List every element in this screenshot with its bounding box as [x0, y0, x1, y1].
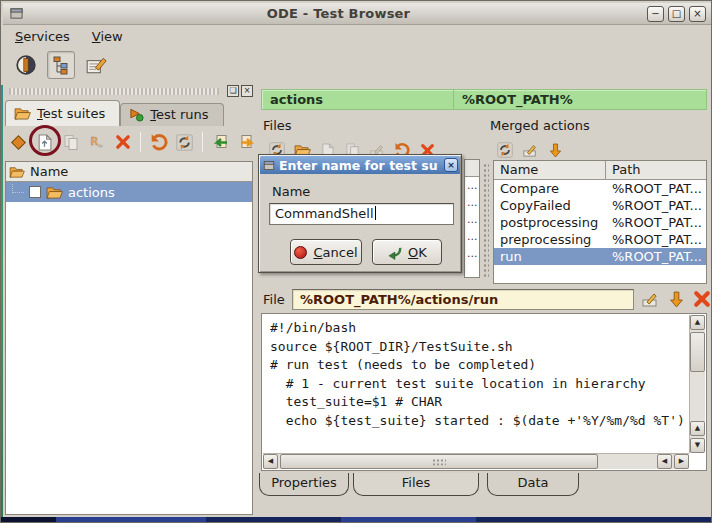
vertical-splitter[interactable] — [483, 163, 489, 279]
ok-button[interactable]: OK — [372, 239, 442, 265]
cell-path: %ROOT_PAT... — [606, 231, 706, 248]
tree-header[interactable]: Name — [6, 162, 252, 182]
notepad-pencil-icon — [85, 54, 107, 76]
tab-files[interactable]: Files — [353, 473, 479, 496]
suite-tag-button[interactable] — [7, 131, 30, 154]
table-row[interactable]: postprocessing %ROOT_PAT... — [494, 214, 706, 231]
close-button[interactable]: × — [689, 6, 706, 22]
files-list-row[interactable]: ... — [465, 228, 479, 245]
tree-row-label: actions — [68, 185, 115, 200]
edit-pencil-icon — [522, 143, 538, 157]
file-bar-toolbar — [639, 288, 712, 310]
table-row[interactable]: CopyFailed %ROOT_PAT... — [494, 197, 706, 214]
dock-grip-handle[interactable] — [9, 88, 219, 95]
scroll-up-button[interactable]: ▲ — [690, 315, 705, 330]
script-editor[interactable]: #!/bin/bash source ${ROOT_DIR}/TestSuite… — [261, 313, 707, 471]
files-list-row[interactable]: ... — [465, 177, 479, 194]
merged-refresh-button[interactable] — [495, 140, 515, 160]
maximize-button[interactable]: □ — [668, 6, 685, 22]
tab-test-suites[interactable]: Test suites — [5, 100, 120, 126]
code-line: test_suite=$1 # CHAR — [270, 393, 687, 412]
services-toolbar-button[interactable] — [12, 51, 40, 79]
edit-run-toolbar-button[interactable] — [82, 51, 110, 79]
dialog-window-icon — [263, 160, 275, 171]
cell-name: run — [494, 248, 606, 265]
menu-services[interactable]: Services — [5, 27, 80, 46]
scroll-up-button-2[interactable]: ▲ — [690, 421, 705, 436]
code-line: #!/bin/bash — [270, 319, 687, 338]
dialog-title-bar[interactable]: Enter name for test su × — [260, 156, 460, 174]
column-header-name[interactable]: Name — [494, 161, 606, 179]
hscroll-thumb[interactable] — [280, 454, 598, 469]
merged-edit-button[interactable] — [520, 140, 540, 160]
import-icon — [212, 134, 230, 151]
column-header-path[interactable]: Path — [606, 161, 706, 179]
horizontal-scrollbar[interactable]: ◀ ◀ ▶ — [263, 453, 689, 469]
minimize-button[interactable]: − — [647, 6, 664, 22]
thumb-grip — [432, 458, 446, 465]
dialog-close-button[interactable]: × — [444, 158, 458, 172]
edit-pencil-icon — [641, 291, 659, 307]
vertical-scrollbar[interactable]: ▲ ▲ ▼ — [689, 315, 705, 453]
delete-x-icon — [115, 134, 131, 150]
undo-icon — [150, 133, 168, 151]
delete-suite-button[interactable] — [111, 131, 134, 154]
table-row[interactable]: Compare %ROOT_PAT... — [494, 180, 706, 197]
suite-summary-banner: actions %ROOT_PATH% — [261, 89, 707, 110]
files-section-label: Files — [263, 118, 292, 135]
cancel-stop-icon — [294, 246, 307, 259]
import-suite-button[interactable] — [209, 131, 232, 154]
cancel-button[interactable]: Cancel — [290, 239, 362, 265]
dock-tabs: Test suites Test runs — [5, 100, 224, 126]
folder-open-icon — [14, 107, 31, 120]
copy-suite-button[interactable] — [59, 131, 82, 154]
table-row[interactable]: preprocessing %ROOT_PAT... — [494, 231, 706, 248]
files-list-clipped[interactable]: ... ... ... ... ... — [464, 159, 480, 278]
suite-name-value: CommandShell — [275, 206, 374, 221]
file-path-field[interactable]: %ROOT_PATH%/actions/run — [292, 289, 634, 310]
tree-view-toolbar-button[interactable] — [47, 51, 75, 79]
scroll-right-button[interactable]: ▶ — [674, 454, 689, 469]
file-download-button[interactable] — [665, 288, 687, 310]
files-list-row[interactable]: ... — [465, 245, 479, 262]
tab-properties[interactable]: Properties — [259, 473, 349, 496]
dock-float-button[interactable]: ❏ — [227, 85, 239, 97]
tree-row-actions[interactable]: actions — [6, 182, 252, 202]
files-list-row[interactable]: ... — [465, 211, 479, 228]
file-delete-button[interactable] — [691, 288, 712, 310]
scroll-left-button-2[interactable]: ◀ — [657, 454, 672, 469]
merged-actions-label: Merged actions — [490, 118, 590, 135]
folder-icon — [46, 186, 63, 199]
table-row-selected[interactable]: run %ROOT_PAT... — [494, 248, 706, 265]
dialog-title: Enter name for test su — [279, 158, 440, 173]
tab-data[interactable]: Data — [487, 473, 579, 496]
rename-icon: R — [88, 134, 106, 151]
vscroll-thumb[interactable] — [690, 332, 705, 372]
app-window: ODE - Test Browser − □ × Services View — [0, 0, 712, 523]
code-line: echo ${test_suite} started : $(date +'%Y… — [270, 412, 687, 431]
refresh-icon — [497, 142, 513, 158]
cell-name: CopyFailed — [494, 197, 606, 214]
folder-icon — [9, 166, 25, 178]
dock-close-button[interactable]: × — [241, 85, 253, 97]
file-edit-button[interactable] — [639, 288, 661, 310]
cell-name: postprocessing — [494, 214, 606, 231]
menu-view[interactable]: View — [82, 27, 133, 46]
undo-button[interactable] — [147, 131, 170, 154]
refresh-button[interactable] — [173, 131, 196, 154]
suite-tree: Name actions — [5, 161, 253, 515]
suite-checkbox[interactable] — [29, 186, 41, 198]
tab-test-runs[interactable]: Test runs — [120, 103, 223, 126]
script-text[interactable]: #!/bin/bash source ${ROOT_DIR}/TestSuite… — [270, 319, 687, 452]
code-line: # run test (needs to be completed) — [270, 356, 687, 375]
scroll-left-button[interactable]: ◀ — [263, 454, 278, 469]
merged-actions-toolbar — [495, 140, 565, 160]
merged-download-button[interactable] — [545, 140, 565, 160]
title-bar[interactable]: ODE - Test Browser − □ × — [3, 3, 711, 25]
rename-suite-button[interactable]: R — [85, 131, 108, 154]
export-suite-button[interactable] — [235, 131, 258, 154]
suite-name-input[interactable]: CommandShell — [269, 203, 454, 225]
new-suite-button[interactable] — [33, 131, 56, 154]
files-list-row[interactable]: ... — [465, 194, 479, 211]
scroll-down-button[interactable]: ▼ — [690, 438, 705, 453]
